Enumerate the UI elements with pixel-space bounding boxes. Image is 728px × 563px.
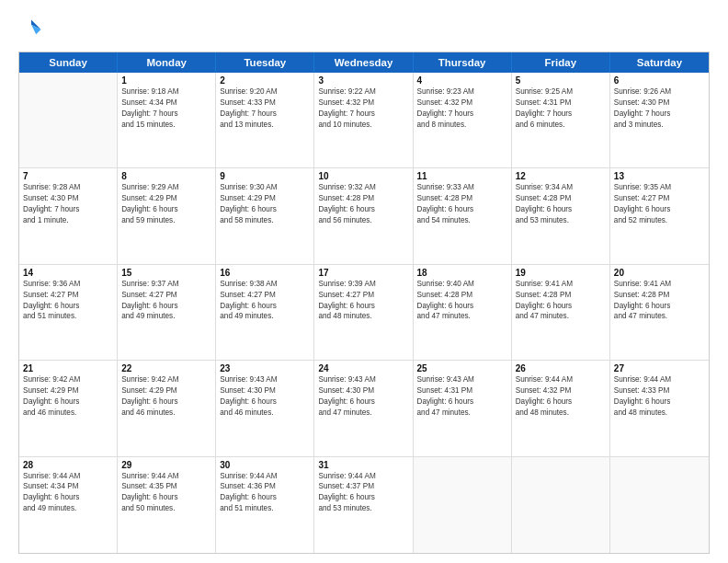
cell-info: Sunrise: 9:42 AMSunset: 4:29 PMDaylight:… (23, 374, 113, 419)
cell-info: Sunrise: 9:35 AMSunset: 4:27 PMDaylight:… (614, 182, 705, 226)
calendar-cell (610, 457, 709, 553)
day-number: 29 (121, 460, 211, 470)
calendar-cell: 12Sunrise: 9:34 AMSunset: 4:28 PMDayligh… (512, 168, 610, 263)
header-day-friday: Friday (512, 52, 610, 73)
cell-info: Sunrise: 9:28 AMSunset: 4:30 PMDaylight:… (23, 182, 113, 226)
header-day-sunday: Sunday (19, 52, 118, 73)
day-number: 19 (516, 268, 606, 278)
cell-info: Sunrise: 9:20 AMSunset: 4:33 PMDaylight:… (220, 86, 310, 131)
cell-info: Sunrise: 9:41 AMSunset: 4:28 PMDaylight:… (516, 279, 606, 323)
day-number: 27 (614, 363, 705, 373)
calendar-cell: 17Sunrise: 9:39 AMSunset: 4:27 PMDayligh… (314, 265, 413, 360)
cell-info: Sunrise: 9:44 AMSunset: 4:33 PMDaylight:… (614, 374, 705, 419)
calendar-cell (19, 73, 118, 167)
day-number: 31 (318, 460, 408, 470)
calendar-cell: 10Sunrise: 9:32 AMSunset: 4:28 PMDayligh… (314, 168, 413, 263)
calendar-cell: 7Sunrise: 9:28 AMSunset: 4:30 PMDaylight… (19, 168, 118, 263)
day-number: 21 (23, 363, 113, 373)
cell-info: Sunrise: 9:39 AMSunset: 4:27 PMDaylight:… (318, 279, 408, 323)
day-number: 28 (23, 460, 113, 470)
day-number: 11 (417, 171, 507, 181)
calendar-row: 1Sunrise: 9:18 AMSunset: 4:34 PMDaylight… (19, 73, 709, 168)
cell-info: Sunrise: 9:42 AMSunset: 4:29 PMDaylight:… (121, 374, 211, 419)
day-number: 15 (121, 268, 211, 278)
day-number: 20 (614, 268, 705, 278)
cell-info: Sunrise: 9:30 AMSunset: 4:29 PMDaylight:… (220, 182, 310, 226)
day-number: 6 (614, 75, 705, 86)
calendar-cell: 23Sunrise: 9:43 AMSunset: 4:30 PMDayligh… (216, 361, 314, 455)
calendar: SundayMondayTuesdayWednesdayThursdayFrid… (18, 52, 710, 554)
header (18, 17, 710, 42)
calendar-cell: 14Sunrise: 9:36 AMSunset: 4:27 PMDayligh… (19, 265, 118, 360)
day-number: 18 (417, 268, 507, 278)
day-number: 12 (516, 171, 606, 181)
cell-info: Sunrise: 9:29 AMSunset: 4:29 PMDaylight:… (121, 182, 211, 226)
day-number: 2 (220, 75, 310, 86)
day-number: 26 (516, 363, 606, 373)
calendar-row: 21Sunrise: 9:42 AMSunset: 4:29 PMDayligh… (19, 361, 709, 456)
calendar-cell: 18Sunrise: 9:40 AMSunset: 4:28 PMDayligh… (414, 265, 512, 360)
cell-info: Sunrise: 9:33 AMSunset: 4:28 PMDaylight:… (417, 182, 507, 226)
day-number: 16 (220, 268, 310, 278)
cell-info: Sunrise: 9:44 AMSunset: 4:32 PMDaylight:… (516, 374, 606, 419)
calendar-cell: 2Sunrise: 9:20 AMSunset: 4:33 PMDaylight… (216, 73, 314, 167)
cell-info: Sunrise: 9:37 AMSunset: 4:27 PMDaylight:… (121, 279, 211, 323)
cell-info: Sunrise: 9:43 AMSunset: 4:30 PMDaylight:… (318, 374, 408, 419)
cell-info: Sunrise: 9:26 AMSunset: 4:30 PMDaylight:… (614, 86, 705, 131)
day-number: 1 (121, 75, 211, 86)
calendar-cell: 6Sunrise: 9:26 AMSunset: 4:30 PMDaylight… (610, 73, 709, 167)
calendar-row: 7Sunrise: 9:28 AMSunset: 4:30 PMDaylight… (19, 168, 709, 264)
day-number: 5 (516, 75, 606, 86)
calendar-cell: 13Sunrise: 9:35 AMSunset: 4:27 PMDayligh… (610, 168, 709, 263)
calendar-cell: 27Sunrise: 9:44 AMSunset: 4:33 PMDayligh… (610, 361, 709, 455)
calendar-cell: 28Sunrise: 9:44 AMSunset: 4:34 PMDayligh… (19, 457, 118, 553)
calendar-cell: 26Sunrise: 9:44 AMSunset: 4:32 PMDayligh… (512, 361, 610, 455)
calendar-cell: 21Sunrise: 9:42 AMSunset: 4:29 PMDayligh… (19, 361, 118, 455)
header-day-thursday: Thursday (414, 52, 512, 73)
day-number: 13 (614, 171, 705, 181)
calendar-cell: 11Sunrise: 9:33 AMSunset: 4:28 PMDayligh… (414, 168, 512, 263)
calendar-row: 14Sunrise: 9:36 AMSunset: 4:27 PMDayligh… (19, 265, 709, 361)
calendar-header: SundayMondayTuesdayWednesdayThursdayFrid… (19, 52, 709, 73)
day-number: 10 (318, 171, 408, 181)
cell-info: Sunrise: 9:22 AMSunset: 4:32 PMDaylight:… (318, 86, 408, 131)
day-number: 14 (23, 268, 113, 278)
calendar-cell: 30Sunrise: 9:44 AMSunset: 4:36 PMDayligh… (216, 457, 314, 553)
calendar-cell: 31Sunrise: 9:44 AMSunset: 4:37 PMDayligh… (314, 457, 413, 553)
calendar-cell: 25Sunrise: 9:43 AMSunset: 4:31 PMDayligh… (414, 361, 512, 455)
cell-info: Sunrise: 9:43 AMSunset: 4:31 PMDaylight:… (417, 374, 507, 419)
day-number: 8 (121, 171, 211, 181)
day-number: 25 (417, 363, 507, 373)
cell-info: Sunrise: 9:44 AMSunset: 4:35 PMDaylight:… (121, 471, 211, 515)
page: SundayMondayTuesdayWednesdayThursdayFrid… (0, 0, 728, 563)
logo-icon (18, 17, 44, 42)
calendar-cell: 20Sunrise: 9:41 AMSunset: 4:28 PMDayligh… (610, 265, 709, 360)
calendar-cell: 8Sunrise: 9:29 AMSunset: 4:29 PMDaylight… (118, 168, 216, 263)
cell-info: Sunrise: 9:40 AMSunset: 4:28 PMDaylight:… (417, 279, 507, 323)
calendar-cell: 29Sunrise: 9:44 AMSunset: 4:35 PMDayligh… (118, 457, 216, 553)
calendar-cell: 15Sunrise: 9:37 AMSunset: 4:27 PMDayligh… (118, 265, 216, 360)
header-day-wednesday: Wednesday (314, 52, 413, 73)
calendar-cell: 24Sunrise: 9:43 AMSunset: 4:30 PMDayligh… (314, 361, 413, 455)
calendar-cell: 16Sunrise: 9:38 AMSunset: 4:27 PMDayligh… (216, 265, 314, 360)
cell-info: Sunrise: 9:44 AMSunset: 4:36 PMDaylight:… (220, 471, 310, 515)
cell-info: Sunrise: 9:38 AMSunset: 4:27 PMDaylight:… (220, 279, 310, 323)
header-day-saturday: Saturday (610, 52, 709, 73)
cell-info: Sunrise: 9:34 AMSunset: 4:28 PMDaylight:… (516, 182, 606, 226)
calendar-cell: 3Sunrise: 9:22 AMSunset: 4:32 PMDaylight… (314, 73, 413, 167)
calendar-cell: 4Sunrise: 9:23 AMSunset: 4:32 PMDaylight… (414, 73, 512, 167)
cell-info: Sunrise: 9:25 AMSunset: 4:31 PMDaylight:… (516, 86, 606, 131)
cell-info: Sunrise: 9:18 AMSunset: 4:34 PMDaylight:… (121, 86, 211, 131)
cell-info: Sunrise: 9:32 AMSunset: 4:28 PMDaylight:… (318, 182, 408, 226)
calendar-cell (512, 457, 610, 553)
calendar-cell: 5Sunrise: 9:25 AMSunset: 4:31 PMDaylight… (512, 73, 610, 167)
day-number: 3 (318, 75, 408, 86)
calendar-cell: 22Sunrise: 9:42 AMSunset: 4:29 PMDayligh… (118, 361, 216, 455)
calendar-row: 28Sunrise: 9:44 AMSunset: 4:34 PMDayligh… (19, 457, 709, 553)
day-number: 30 (220, 460, 310, 470)
day-number: 24 (318, 363, 408, 373)
day-number: 7 (23, 171, 113, 181)
cell-info: Sunrise: 9:44 AMSunset: 4:37 PMDaylight:… (318, 471, 408, 515)
day-number: 22 (121, 363, 211, 373)
day-number: 4 (417, 75, 507, 86)
